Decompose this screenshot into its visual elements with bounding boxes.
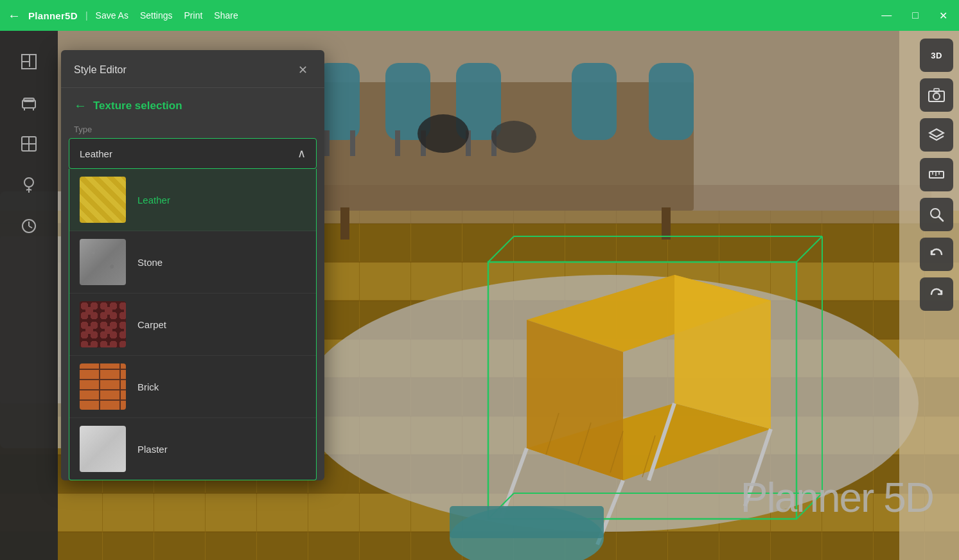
sidebar-item-history[interactable] xyxy=(11,208,47,244)
svg-point-71 xyxy=(933,93,940,100)
dropdown-row[interactable]: Leather ∧ xyxy=(69,139,316,168)
texture-selection-header: ← Texture selection xyxy=(61,88,324,118)
chevron-up-icon: ∧ xyxy=(297,146,306,161)
svg-rect-29 xyxy=(662,207,671,240)
svg-rect-22 xyxy=(324,130,330,156)
texture-thumb-plaster xyxy=(80,426,126,472)
svg-rect-20 xyxy=(572,63,617,140)
style-editor-close-button[interactable]: ✕ xyxy=(294,62,312,78)
camera-button[interactable] xyxy=(920,78,953,112)
texture-thumb-brick xyxy=(80,363,126,410)
minimize-button[interactable]: — xyxy=(877,8,895,22)
texture-item-stone[interactable]: Stone xyxy=(69,231,316,293)
style-editor-title: Style Editor xyxy=(74,64,127,76)
sidebar-item-windows[interactable] xyxy=(11,126,47,162)
texture-item-plaster[interactable]: Plaster xyxy=(69,418,316,480)
layers-button[interactable] xyxy=(920,118,953,152)
style-editor-header: Style Editor ✕ xyxy=(61,50,324,88)
texture-name-leather: Leather xyxy=(137,195,170,206)
svg-point-30 xyxy=(418,114,469,153)
title-bar: ← Planner5D | Save As Settings Print Sha… xyxy=(0,0,959,31)
dropdown-value: Leather xyxy=(80,148,112,159)
redo-button[interactable] xyxy=(920,277,953,311)
right-sidebar: 3D xyxy=(914,31,959,560)
svg-point-65 xyxy=(24,178,33,187)
main-area: Planner 5D xyxy=(0,31,959,560)
texture-name-plaster: Plaster xyxy=(137,444,168,455)
type-label: Type xyxy=(61,118,324,138)
menu-settings[interactable]: Settings xyxy=(140,10,173,21)
texture-name-stone: Stone xyxy=(137,257,163,268)
texture-item-brick[interactable]: Brick xyxy=(69,356,316,418)
texture-thumb-leather xyxy=(80,177,126,223)
texture-thumb-carpet xyxy=(80,301,126,347)
svg-point-31 xyxy=(491,121,536,153)
undo-button[interactable] xyxy=(920,238,953,271)
texture-name-brick: Brick xyxy=(137,381,159,392)
texture-list: LeatherStoneCarpetBrickPlaster xyxy=(69,169,317,480)
window-controls: — □ ✕ xyxy=(877,8,951,23)
close-button[interactable]: ✕ xyxy=(935,8,951,23)
sidebar-item-floorplan[interactable] xyxy=(11,44,47,80)
3d-view-button[interactable]: 3D xyxy=(920,39,953,72)
svg-rect-72 xyxy=(934,89,939,92)
texture-thumb-stone xyxy=(80,239,126,285)
texture-item-leather[interactable]: Leather xyxy=(69,169,316,231)
menu-share[interactable]: Share xyxy=(214,10,238,21)
title-separator: | xyxy=(85,10,88,21)
sidebar-item-plants[interactable] xyxy=(11,167,47,203)
svg-rect-24 xyxy=(395,130,400,156)
svg-marker-35 xyxy=(674,275,771,429)
svg-rect-53 xyxy=(450,506,604,538)
texture-back-button[interactable]: ← xyxy=(74,98,87,113)
back-button[interactable]: ← xyxy=(8,8,21,23)
menu-print[interactable]: Print xyxy=(184,10,203,21)
svg-rect-23 xyxy=(350,130,355,156)
maximize-button[interactable]: □ xyxy=(908,8,922,22)
search-button[interactable] xyxy=(920,198,953,231)
ruler-button[interactable] xyxy=(920,158,953,191)
menu-bar: Save As Settings Print Share xyxy=(96,10,238,21)
type-dropdown[interactable]: Leather ∧ xyxy=(69,138,317,169)
svg-rect-21 xyxy=(649,63,694,140)
texture-item-carpet[interactable]: Carpet xyxy=(69,293,316,356)
svg-rect-28 xyxy=(340,207,349,240)
texture-name-carpet: Carpet xyxy=(137,319,166,330)
left-sidebar xyxy=(0,31,58,560)
sidebar-item-furniture[interactable] xyxy=(11,85,47,121)
svg-line-69 xyxy=(29,226,32,228)
svg-rect-73 xyxy=(929,171,944,178)
app-name: Planner5D xyxy=(28,10,78,21)
svg-line-78 xyxy=(939,217,944,222)
texture-selection-title: Texture selection xyxy=(93,100,182,112)
style-editor-panel: Style Editor ✕ ← Texture selection Type … xyxy=(61,50,324,480)
menu-save-as[interactable]: Save As xyxy=(96,10,128,21)
